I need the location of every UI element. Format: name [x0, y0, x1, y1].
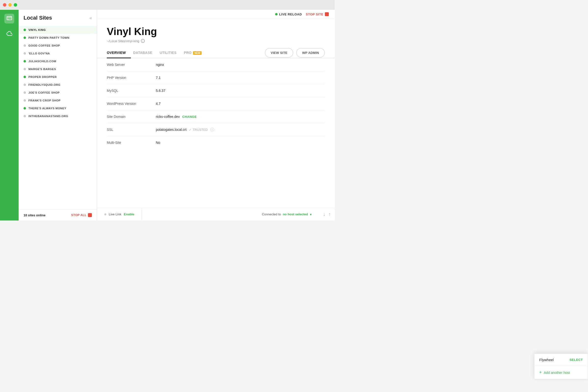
table-row: MySQL5.6.37: [107, 84, 325, 97]
tab-pro[interactable]: PRONEW: [184, 48, 207, 58]
live-link-label: Live Link: [109, 212, 121, 216]
table-row: Web Servernginx: [107, 58, 325, 71]
sidebar: Local Sites « VINYL KINGPARTY DOWN PARTY…: [18, 10, 97, 220]
path-info-icon[interactable]: i: [141, 39, 145, 43]
table-row: SSLpotatogates.local.crt✓ TRUSTEDi: [107, 123, 325, 136]
sidebar-site-item[interactable]: FRIENDLYSQUID.ORG: [18, 81, 97, 89]
table-row: PHP Version7.1: [107, 71, 325, 84]
maximize-button[interactable]: [14, 3, 17, 6]
sidebar-site-item[interactable]: VINYL KING: [18, 26, 97, 34]
cloud-icon[interactable]: [4, 28, 14, 38]
sidebar-site-item[interactable]: THERE'S ALWAYS MONEY: [18, 104, 97, 112]
upload-icon[interactable]: ↑: [328, 212, 331, 217]
live-link-dot: [104, 214, 106, 215]
sidebar-site-item[interactable]: 'ELLO GOV'NA: [18, 50, 97, 57]
wp-admin-button[interactable]: WP ADMIN: [296, 48, 325, 58]
live-reload-dot: [275, 13, 278, 16]
site-name-label: PARTY DOWN PARTY TOWN: [28, 36, 69, 39]
tab-database[interactable]: DATABASE: [133, 48, 157, 58]
site-list: VINYL KINGPARTY DOWN PARTY TOWNGOOD COFF…: [18, 25, 97, 210]
tabs-row: OVERVIEWDATABASEUTILITIESPRONEW VIEW SIT…: [97, 48, 335, 58]
sidebar-footer: 10 sites online STOP ALL: [18, 210, 97, 220]
page-title: Vinyl King: [107, 26, 325, 38]
row-value-text: 4.7: [156, 102, 160, 106]
stop-all-button[interactable]: STOP ALL: [71, 213, 92, 217]
row-label: MySQL: [107, 89, 156, 92]
chevron-down-icon[interactable]: ▾: [310, 212, 312, 216]
site-status-dot: [24, 44, 26, 47]
minimize-button[interactable]: [8, 3, 12, 6]
topbar: LIVE RELOAD STOP SITE: [97, 10, 335, 19]
upload-icons: ↓ ↑: [319, 212, 335, 217]
titlebar: [0, 0, 335, 10]
row-label: Web Server: [107, 63, 156, 67]
live-link-section: Live Link Enable: [97, 208, 142, 220]
row-value: 7.1: [156, 76, 160, 80]
stop-site-button[interactable]: STOP SITE: [306, 12, 329, 16]
site-status-dot: [24, 99, 26, 102]
tab-new-badge: NEW: [193, 51, 202, 55]
sidebar-site-item[interactable]: FRANK'S CROP SHOP: [18, 96, 97, 104]
site-status-dot: [24, 84, 26, 86]
bottom-bar: Live Link Enable Connected to no host se…: [97, 208, 335, 220]
content-area: Web ServernginxPHP Version7.1MySQL5.6.37…: [97, 58, 335, 208]
close-button[interactable]: [3, 3, 6, 6]
sidebar-site-item[interactable]: PARTY DOWN PARTY TOWN: [18, 34, 97, 42]
site-name-label: FRANK'S CROP SHOP: [28, 99, 60, 102]
table-row: Multi-SiteNo: [107, 136, 325, 149]
page-path: ~/Local Sites/vinyl-king i: [107, 39, 325, 43]
row-label: WordPress Version: [107, 102, 156, 106]
svg-rect-1: [7, 17, 12, 18]
overview-table: Web ServernginxPHP Version7.1MySQL5.6.37…: [97, 58, 335, 149]
row-value: 4.7: [156, 102, 160, 106]
site-name-label: FRIENDLYSQUID.ORG: [28, 83, 60, 86]
live-reload-indicator: LIVE RELOAD: [275, 12, 302, 16]
site-name-label: GOOD COFFEE SHOP: [28, 44, 60, 47]
row-value-text: No: [156, 141, 160, 144]
connected-label: Connected to: [262, 212, 281, 216]
row-value: No: [156, 141, 160, 144]
site-name-label: THERE'S ALWAYS MONEY: [28, 107, 66, 110]
tab-overview[interactable]: OVERVIEW: [107, 48, 131, 58]
change-domain-link[interactable]: CHANGE: [182, 115, 197, 118]
sites-online-count: 10 sites online: [24, 214, 46, 217]
page-header: Vinyl King ~/Local Sites/vinyl-king i: [97, 19, 335, 43]
row-label: SSL: [107, 128, 156, 132]
sidebar-site-item[interactable]: INTHEBANANASTAND.ORG: [18, 112, 97, 120]
enable-link[interactable]: Enable: [124, 212, 134, 216]
download-icon[interactable]: ↓: [323, 212, 325, 217]
site-status-dot: [24, 92, 26, 94]
sidebar-header: Local Sites «: [18, 10, 97, 25]
sidebar-site-item[interactable]: JULIASCHILD.COM: [18, 57, 97, 65]
row-value-text: ricks-coffee.dev: [156, 115, 180, 118]
row-value: ricks-coffee.devCHANGE: [156, 115, 197, 118]
site-status-dot: [24, 115, 26, 117]
site-name-label: VINYL KING: [28, 28, 46, 31]
table-row: WordPress Version4.7: [107, 97, 325, 110]
site-name-label: MARGE'S BARGES: [28, 68, 56, 70]
tab-utilities[interactable]: UTILITIES: [160, 48, 182, 58]
sidebar-site-item[interactable]: JOE'S COFFEE SHOP: [18, 89, 97, 96]
view-site-button[interactable]: VIEW SITE: [265, 48, 293, 58]
collapse-button[interactable]: «: [90, 16, 92, 20]
check-icon: ✓: [189, 128, 192, 132]
sidebar-site-item[interactable]: GOOD COFFEE SHOP: [18, 42, 97, 50]
ssl-info-icon[interactable]: i: [210, 128, 214, 132]
trusted-badge: ✓ TRUSTED: [189, 128, 208, 132]
svg-rect-3: [7, 19, 9, 20]
sidebar-site-item[interactable]: PROPER DROPPER: [18, 73, 97, 81]
row-value-text: 5.6.37: [156, 89, 166, 92]
site-status-dot: [24, 60, 26, 62]
row-value: 5.6.37: [156, 89, 166, 92]
site-status-dot: [24, 52, 26, 55]
site-name-label: PROPER DROPPER: [28, 76, 57, 78]
row-label: Multi-Site: [107, 141, 156, 144]
site-name-label: JULIASCHILD.COM: [28, 60, 56, 63]
sidebar-site-item[interactable]: MARGE'S BARGES: [18, 65, 97, 73]
site-status-dot: [24, 107, 26, 110]
site-status-dot: [24, 76, 26, 78]
rail: [0, 10, 18, 220]
connected-host[interactable]: no host selected: [283, 212, 308, 216]
sites-icon[interactable]: [4, 14, 14, 24]
tab-actions: VIEW SITEWP ADMIN: [265, 48, 325, 58]
